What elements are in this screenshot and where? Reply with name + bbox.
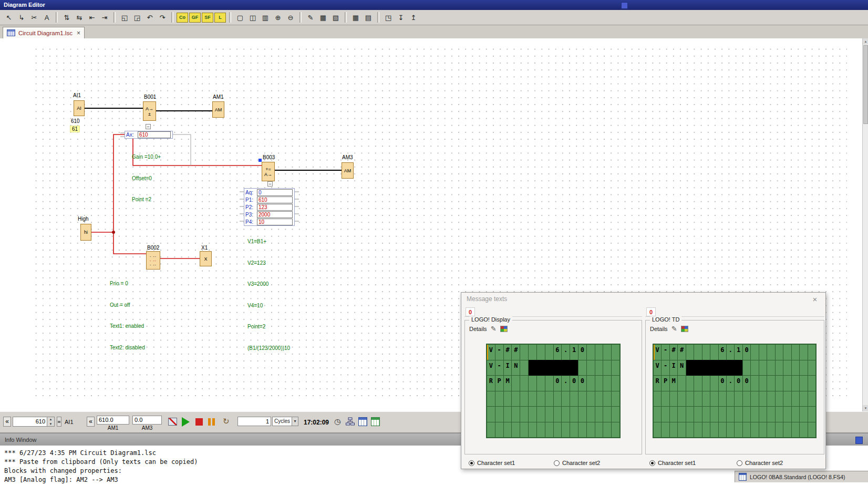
radio-character-set2[interactable]: Character set2 xyxy=(737,459,783,467)
scrollbar-thumb[interactable] xyxy=(863,45,868,124)
dropdown-arrow-icon[interactable]: ▾ xyxy=(292,417,298,426)
lcd-cell[interactable] xyxy=(520,422,528,438)
lcd-cell[interactable] xyxy=(800,360,807,376)
block-x1[interactable]: X xyxy=(200,251,212,266)
lcd-cell[interactable] xyxy=(743,407,750,422)
block-am1[interactable]: AM xyxy=(212,101,224,118)
lcd-cell[interactable]: 0 xyxy=(570,376,578,391)
lcd-cell[interactable]: - xyxy=(662,345,669,360)
lcd-cell[interactable] xyxy=(587,391,595,407)
lcd-cell[interactable]: # xyxy=(512,345,520,360)
lcd-cell[interactable] xyxy=(727,407,734,422)
cycles-select[interactable]: Cycles ▾ xyxy=(272,417,298,426)
input-collapse-button[interactable]: « xyxy=(3,417,11,427)
lcd-cell[interactable] xyxy=(759,345,767,360)
lcd-cell[interactable]: 1 xyxy=(570,345,578,360)
lcd-cell[interactable]: N xyxy=(678,360,685,376)
lcd-cell[interactable] xyxy=(792,422,799,438)
lcd-cell[interactable] xyxy=(520,345,528,360)
lcd-cell[interactable]: M xyxy=(670,376,677,391)
lcd-cell[interactable] xyxy=(520,360,528,376)
lcd-cell[interactable] xyxy=(587,422,595,438)
lcd-cell[interactable] xyxy=(545,345,553,360)
output-collapse-button[interactable]: « xyxy=(87,417,95,427)
radio-icon[interactable] xyxy=(737,460,742,466)
simulation-button[interactable]: ▦ xyxy=(349,11,362,24)
lcd-cell[interactable] xyxy=(512,391,520,407)
lcd-cell[interactable] xyxy=(686,391,694,407)
lcd-cell[interactable] xyxy=(727,422,734,438)
lcd-cell[interactable] xyxy=(595,422,603,438)
tab-close-icon[interactable]: × xyxy=(77,29,80,37)
lcd-cell[interactable] xyxy=(800,345,807,360)
lcd-cell[interactable] xyxy=(751,345,758,360)
edit-icon[interactable]: ✎ xyxy=(671,325,677,333)
lcd-cell[interactable] xyxy=(767,376,774,391)
lcd-cell[interactable] xyxy=(578,407,586,422)
lcd-cell[interactable] xyxy=(537,407,545,422)
lcd-td-grid[interactable]: V-##6.10V-INRPM0.00 xyxy=(653,344,817,438)
lcd-cell[interactable] xyxy=(767,360,774,376)
lcd-cell[interactable] xyxy=(719,391,726,407)
parameter-value[interactable]: 0 xyxy=(257,189,293,196)
lcd-cell[interactable] xyxy=(800,391,807,407)
stop-simulation-button[interactable] xyxy=(195,418,203,426)
lcd-cell[interactable] xyxy=(719,422,726,438)
lcd-cell[interactable] xyxy=(767,391,774,407)
parameter-value[interactable]: 610 xyxy=(138,131,171,138)
collapse-toggle[interactable]: − xyxy=(146,124,151,129)
lcd-cell[interactable] xyxy=(529,422,536,438)
lcd-cell[interactable] xyxy=(537,345,545,360)
lcd-cell[interactable] xyxy=(792,376,799,391)
lcd-cell[interactable]: 1 xyxy=(735,345,742,360)
lcd-cell[interactable] xyxy=(537,376,545,391)
charset-icon[interactable] xyxy=(500,326,508,332)
lcd-cell[interactable] xyxy=(776,376,783,391)
lcd-cell[interactable] xyxy=(587,360,595,376)
lcd-cell[interactable] xyxy=(751,422,758,438)
connector-tool[interactable]: ↳ xyxy=(15,11,28,24)
lcd-cell[interactable] xyxy=(504,391,512,407)
pause-simulation-button[interactable] xyxy=(208,418,215,426)
lcd-cell[interactable]: 0 xyxy=(735,376,742,391)
lcd-cell[interactable] xyxy=(570,407,578,422)
lcd-cell[interactable] xyxy=(545,422,553,438)
lcd-cell[interactable] xyxy=(612,360,619,376)
lcd-cell[interactable] xyxy=(612,376,619,391)
lcd-cell[interactable] xyxy=(759,376,767,391)
lcd-cell[interactable] xyxy=(743,360,750,376)
lcd-cell[interactable]: # xyxy=(504,345,512,360)
lcd-cell[interactable]: N xyxy=(512,360,520,376)
edit-icon[interactable]: ✎ xyxy=(491,325,497,333)
lcd-cell[interactable] xyxy=(751,376,758,391)
lcd-cell[interactable] xyxy=(792,407,799,422)
lcd-cell[interactable] xyxy=(686,407,694,422)
zoom-in-button[interactable]: ⊕ xyxy=(272,11,284,24)
lcd-cell[interactable] xyxy=(554,391,562,407)
pencil-icon[interactable]: ✎ xyxy=(304,11,317,24)
lcd-cell[interactable] xyxy=(800,407,807,422)
lcd-cell[interactable] xyxy=(578,391,586,407)
lcd-cell[interactable]: V xyxy=(487,360,495,376)
spin-down-button[interactable]: ▼ xyxy=(47,422,54,427)
lcd-cell[interactable]: V xyxy=(654,360,661,376)
lcd-cell[interactable] xyxy=(603,407,611,422)
lcd-cell[interactable] xyxy=(727,391,734,407)
lcd-cell[interactable]: I xyxy=(504,360,512,376)
lcd-cell[interactable] xyxy=(792,391,799,407)
lcd-cell[interactable] xyxy=(529,407,536,422)
lcd-cell[interactable]: 0 xyxy=(554,376,562,391)
lcd-cell[interactable] xyxy=(545,407,553,422)
start-simulation-button[interactable] xyxy=(182,417,190,427)
lcd-cell[interactable] xyxy=(670,422,677,438)
parameter-value[interactable]: 123 xyxy=(257,204,293,211)
message-count-tab[interactable]: 0 xyxy=(646,307,656,316)
lcd-cell[interactable] xyxy=(537,422,545,438)
lcd-cell[interactable] xyxy=(776,360,783,376)
lcd-cell[interactable]: 6 xyxy=(719,345,726,360)
lcd-cell[interactable]: 0 xyxy=(743,376,750,391)
lcd-cell[interactable]: P xyxy=(662,376,669,391)
lcd-cell[interactable] xyxy=(495,422,503,438)
lcd-cell[interactable] xyxy=(743,391,750,407)
lcd-cell[interactable]: R xyxy=(487,376,495,391)
